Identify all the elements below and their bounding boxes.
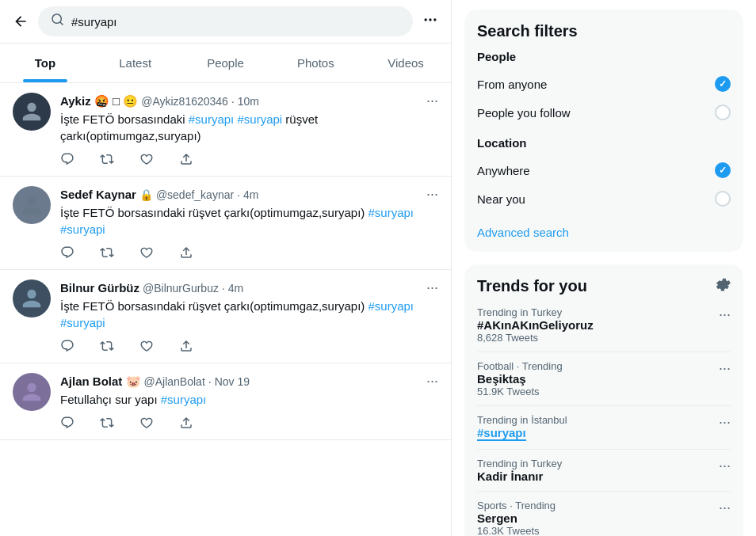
retweet-button[interactable] [100, 339, 114, 353]
trend-name: Beşiktaş [477, 372, 563, 386]
trend-item[interactable]: Trending in Turkey #AKınAKınGeliyoruz 8,… [477, 298, 731, 352]
trend-category: Trending in Turkey [477, 306, 594, 318]
tab-photos[interactable]: Photos [270, 44, 361, 82]
hashtag[interactable]: #suryapı [368, 206, 414, 219]
tab-people[interactable]: People [181, 44, 271, 82]
trend-more-button[interactable]: ··· [719, 458, 731, 474]
tweet-handle: @Aykiz81620346 [141, 95, 228, 108]
like-button[interactable] [139, 245, 154, 260]
tweet-more-button[interactable]: ··· [426, 373, 438, 390]
anywhere-radio[interactable] [715, 162, 731, 178]
from-anyone-option[interactable]: From anyone [477, 70, 731, 98]
tweet-handle: @AjlanBolat [144, 375, 205, 388]
tweet-handle: @sedef_kaynar [156, 188, 234, 201]
tweet-more-button[interactable]: ··· [426, 93, 438, 109]
share-button[interactable] [179, 245, 193, 260]
trend-category: Trending in İstanbul [477, 414, 567, 426]
trend-more-button[interactable]: ··· [719, 306, 731, 323]
like-button[interactable] [139, 416, 154, 430]
tweet-more-button[interactable]: ··· [426, 279, 438, 296]
like-button[interactable] [139, 339, 154, 353]
people-section-label: People [477, 50, 731, 63]
trend-more-button[interactable]: ··· [719, 360, 731, 377]
share-button[interactable] [179, 416, 193, 430]
reply-button[interactable] [60, 245, 74, 260]
search-tabs: Top Latest People Photos Videos [0, 44, 451, 83]
reply-button[interactable] [60, 416, 74, 430]
from-anyone-label: From anyone [477, 78, 547, 91]
trend-category: Football · Trending [477, 360, 563, 372]
advanced-search-link[interactable]: Advanced search [477, 226, 569, 239]
near-you-option[interactable]: Near you [477, 184, 731, 213]
tab-top[interactable]: Top [0, 44, 90, 82]
search-more-button[interactable] [419, 9, 441, 35]
trend-name: Sergen [477, 511, 556, 525]
search-input[interactable] [71, 15, 400, 29]
right-panel: Search filters People From anyone People… [452, 0, 756, 536]
search-input-wrap[interactable] [38, 6, 413, 36]
trend-item[interactable]: Sports · Trending Sergen 16.3K Tweets ··… [477, 492, 731, 536]
tweet-header: Aykiz 🤬 □ 😐 @Aykiz81620346 · 10m ··· [60, 93, 438, 109]
anywhere-option[interactable]: Anywhere [477, 156, 731, 184]
people-filter-section: People From anyone People you follow [477, 50, 731, 127]
people-you-follow-label: People you follow [477, 106, 571, 120]
trends-header: Trends for you [477, 277, 731, 295]
reply-button[interactable] [60, 152, 74, 166]
tweet-time: 4m [243, 188, 258, 201]
tweet-content: Aykiz 🤬 □ 😐 @Aykiz81620346 · 10m ··· İşt… [60, 93, 438, 166]
trend-category: Sports · Trending [477, 500, 556, 511]
tweet-more-button[interactable]: ··· [426, 186, 438, 203]
tweet-item: Sedef Kaynar 🔒 @sedef_kaynar · 4m ··· İş… [0, 177, 451, 270]
back-button[interactable] [10, 10, 32, 32]
tweet-actions [60, 152, 438, 166]
tweet-actions [60, 416, 438, 430]
tweet-time: Nov 19 [215, 375, 250, 388]
from-anyone-radio[interactable] [715, 76, 731, 92]
tweet-item: Aykiz 🤬 □ 😐 @Aykiz81620346 · 10m ··· İşt… [0, 83, 451, 177]
tweet-actions [60, 245, 438, 260]
share-button[interactable] [179, 339, 193, 353]
hashtag[interactable]: #suryapi [237, 112, 282, 126]
trends-title: Trends for you [477, 277, 587, 295]
tweet-body: İşte FETÖ borsasındaki rüşvet çarkı(opti… [60, 204, 438, 238]
gear-button[interactable] [715, 277, 731, 295]
trend-item[interactable]: Football · Trending Beşiktaş 51.9K Tweet… [477, 352, 731, 406]
tweet-header: Bilnur Gürbüz @BilnurGurbuz · 4m ··· [60, 279, 438, 296]
tweet-item: Bilnur Gürbüz @BilnurGurbuz · 4m ··· İşt… [0, 270, 451, 363]
trend-more-button[interactable]: ··· [719, 500, 731, 516]
tab-videos[interactable]: Videos [361, 44, 451, 82]
search-icon [51, 13, 65, 30]
tweet-header: Sedef Kaynar 🔒 @sedef_kaynar · 4m ··· [60, 186, 438, 203]
avatar [13, 93, 51, 131]
tweet-handle: @BilnurGurbuz [143, 282, 219, 295]
like-button[interactable] [139, 152, 154, 166]
tab-latest[interactable]: Latest [90, 44, 181, 82]
avatar [13, 186, 51, 224]
hashtag[interactable]: #suryapı [189, 112, 235, 126]
trend-item[interactable]: Trending in Turkey Kadir İnanır ··· [477, 450, 731, 492]
tweet-content: Ajlan Bolat 🐷 @AjlanBolat · Nov 19 ··· F… [60, 373, 438, 430]
anywhere-label: Anywhere [477, 164, 530, 177]
trend-count: 16.3K Tweets [477, 525, 556, 536]
near-you-label: Near you [477, 192, 525, 206]
tweet-name: Ajlan Bolat 🐷 [60, 374, 141, 389]
trend-item[interactable]: Trending in İstanbul #suryapı ··· [477, 406, 731, 450]
location-section-label: Location [477, 136, 731, 150]
hashtag[interactable]: #suryapı [161, 393, 207, 406]
near-you-radio[interactable] [715, 191, 731, 207]
people-you-follow-radio[interactable] [715, 105, 731, 120]
hashtag[interactable]: #suryapi [60, 222, 105, 236]
tweet-content: Bilnur Gürbüz @BilnurGurbuz · 4m ··· İşt… [60, 279, 438, 353]
tweet-item: Ajlan Bolat 🐷 @AjlanBolat · Nov 19 ··· F… [0, 363, 451, 440]
retweet-button[interactable] [100, 245, 114, 260]
tweet-meta: Aykiz 🤬 □ 😐 @Aykiz81620346 · 10m [60, 94, 259, 108]
trend-more-button[interactable]: ··· [719, 414, 731, 431]
retweet-button[interactable] [100, 152, 114, 166]
hashtag[interactable]: #suryapi [60, 316, 105, 329]
reply-button[interactable] [60, 339, 74, 353]
hashtag[interactable]: #suryapı [368, 299, 414, 313]
retweet-button[interactable] [100, 416, 114, 430]
share-button[interactable] [179, 152, 193, 166]
people-you-follow-option[interactable]: People you follow [477, 98, 731, 127]
avatar [13, 279, 51, 317]
